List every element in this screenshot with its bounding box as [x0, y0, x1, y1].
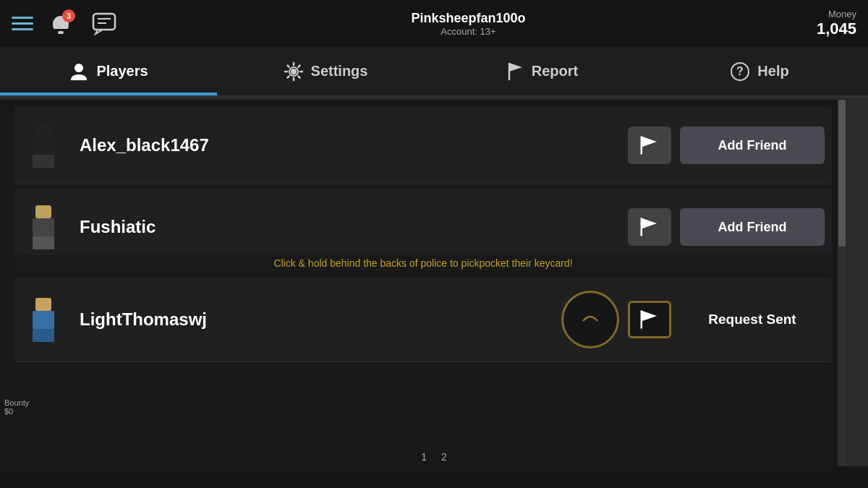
player-row: Alex_black1467 Add Friend — [14, 107, 832, 184]
svg-marker-13 — [642, 137, 657, 147]
svg-rect-0 — [58, 31, 64, 34]
circle-button-1[interactable] — [561, 291, 619, 348]
header-bar: 3 Pinksheepfan100o Account: 13+ Money 1,… — [0, 0, 868, 47]
report-flag-button[interactable] — [628, 301, 671, 338]
notification-badge: 3 — [62, 9, 75, 22]
player-username: LightThomaswj — [80, 309, 561, 330]
chat-icon — [92, 12, 116, 35]
avatar-figure — [25, 204, 61, 251]
svg-rect-1 — [54, 27, 68, 29]
player-avatar — [22, 120, 65, 171]
bounty-label-text: Bounty — [4, 398, 29, 407]
scrollbar[interactable] — [838, 100, 846, 466]
tab-report-label: Report — [532, 63, 578, 80]
report-flag-icon — [507, 61, 524, 82]
tab-help[interactable]: ? Help — [651, 47, 868, 95]
hamburger-menu[interactable] — [12, 17, 33, 30]
money-amount: 1,045 — [817, 20, 856, 38]
svg-marker-15 — [642, 218, 657, 229]
svg-point-5 — [75, 64, 83, 72]
bounty-info: Bounty $0 — [4, 398, 29, 416]
tab-help-label: Help — [757, 63, 788, 80]
money-label: Money — [817, 9, 856, 20]
player-username: Fushiatic — [80, 217, 628, 237]
username-display: Pinksheepfan100o — [411, 11, 525, 26]
page-1: 1 — [421, 451, 427, 463]
player-username: Alex_black1467 — [80, 135, 628, 155]
svg-rect-2 — [93, 14, 115, 30]
avatar-figure — [25, 122, 61, 169]
settings-icon — [284, 61, 304, 82]
help-icon: ? — [730, 61, 750, 82]
bottom-bar — [0, 466, 868, 488]
nav-tabs: Players Settings Report ? Help — [0, 47, 868, 98]
page-numbers: 1 2 — [421, 451, 447, 463]
scrollbar-thumb — [838, 100, 846, 247]
player-avatar — [22, 294, 65, 345]
svg-marker-17 — [642, 311, 657, 322]
notification-button[interactable]: 3 — [45, 8, 77, 40]
page-2: 2 — [441, 451, 447, 463]
player-list: Alex_black1467 Add Friend Fushiatic — [0, 100, 846, 374]
players-panel: Alex_black1467 Add Friend Fushiatic — [0, 100, 846, 466]
add-friend-button[interactable]: Add Friend — [680, 127, 825, 164]
avatar-figure — [25, 296, 61, 343]
header-center: Pinksheepfan100o Account: 13+ — [411, 11, 525, 37]
player-avatar — [22, 202, 65, 252]
report-flag-button[interactable] — [628, 208, 671, 246]
header-left: 3 — [12, 8, 120, 40]
player-row: Fushiatic Add Friend Click & hold behind… — [14, 189, 832, 270]
flag-icon — [639, 216, 660, 238]
tab-players[interactable]: Players — [0, 47, 217, 95]
account-info: Account: 13+ — [411, 26, 525, 37]
tab-settings[interactable]: Settings — [217, 47, 434, 95]
player-row: LightThomaswj Request Sent — [14, 278, 832, 362]
tab-players-label: Players — [96, 63, 148, 80]
flag-icon — [639, 134, 660, 156]
add-friend-button[interactable]: Add Friend — [680, 208, 825, 246]
tab-settings-label: Settings — [311, 63, 368, 80]
header-right: Money 1,045 — [817, 9, 856, 38]
bounty-value: $0 — [4, 407, 29, 416]
control-icon — [577, 307, 603, 333]
players-icon — [69, 61, 89, 82]
report-flag-button[interactable] — [628, 127, 671, 164]
circle-controls — [561, 291, 619, 348]
request-sent-button: Request Sent — [680, 301, 825, 338]
chat-button[interactable] — [88, 8, 120, 40]
svg-marker-9 — [509, 63, 522, 72]
svg-point-6 — [291, 69, 297, 74]
tab-report[interactable]: Report — [434, 47, 651, 95]
flag-icon — [639, 309, 660, 330]
svg-text:?: ? — [736, 65, 744, 77]
hint-text: Click & hold behind the backs of police … — [14, 255, 832, 271]
